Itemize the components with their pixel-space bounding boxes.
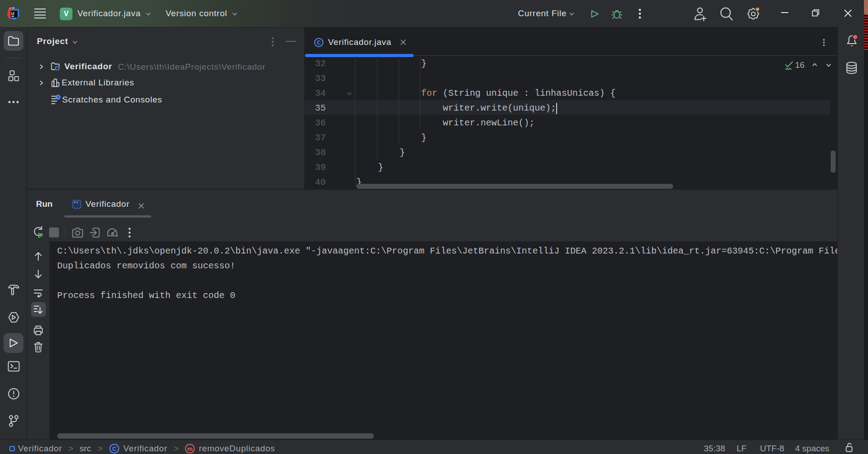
svg-text:IJ: IJ: [11, 11, 14, 16]
svg-text:C: C: [112, 445, 117, 452]
svg-text:C: C: [317, 40, 321, 46]
svg-text:m: m: [187, 445, 193, 452]
